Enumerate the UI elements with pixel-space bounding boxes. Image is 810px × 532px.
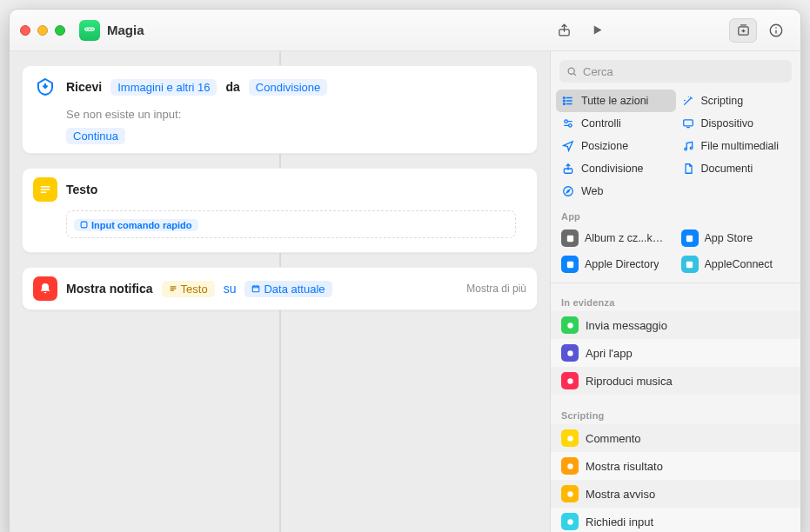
svg-point-29 <box>567 491 572 496</box>
svg-point-27 <box>567 436 572 441</box>
share-button[interactable] <box>550 18 578 43</box>
action-row-icon <box>561 372 579 389</box>
action-row-icon <box>561 513 579 530</box>
category-sliders[interactable]: Controlli <box>556 112 676 135</box>
text-icon <box>33 177 57 202</box>
app-window: Magia Ricevi Immagini e altri 16 <box>9 9 801 532</box>
svg-point-1 <box>87 28 89 30</box>
minimize-window-button[interactable] <box>37 25 48 36</box>
svg-point-16 <box>684 148 686 150</box>
receive-icon <box>33 75 57 99</box>
text-action-card[interactable]: Testo Input comando rapido <box>22 168 538 253</box>
wand-icon <box>681 94 695 108</box>
app-icon <box>79 20 100 41</box>
info-button[interactable] <box>762 18 790 43</box>
shareup-icon <box>561 162 575 176</box>
location-icon <box>561 139 575 153</box>
svg-point-11 <box>563 100 565 102</box>
svg-point-6 <box>775 27 777 29</box>
notification-text-token[interactable]: Testo <box>162 281 215 297</box>
app-item[interactable]: Album z cz...kami <box>556 225 676 251</box>
receive-input-types-token[interactable]: Immagini e altri 16 <box>110 79 217 96</box>
library-toggle-button[interactable] <box>729 18 757 43</box>
svg-point-10 <box>563 97 565 99</box>
text-action-title: Testo <box>66 183 97 196</box>
display-icon <box>681 116 695 130</box>
category-safari[interactable]: Web <box>556 180 676 203</box>
svg-point-12 <box>563 103 565 105</box>
window-controls <box>20 25 65 36</box>
doc-icon <box>681 162 695 176</box>
safari-icon <box>561 184 575 198</box>
action-row[interactable]: Richiedi input <box>551 508 800 532</box>
svg-rect-15 <box>683 120 693 126</box>
app-item[interactable]: App Store <box>676 225 796 251</box>
notification-date-token[interactable]: Data attuale <box>244 281 331 297</box>
category-music[interactable]: File multimediali <box>676 135 796 157</box>
action-row-icon <box>561 457 579 475</box>
action-row[interactable]: Commento <box>551 424 800 452</box>
editor-canvas[interactable]: Ricevi Immagini e altri 16 da Condivisio… <box>10 51 550 532</box>
notification-on-word: su <box>224 282 237 296</box>
text-input-field[interactable]: Input comando rapido <box>66 210 516 238</box>
action-row[interactable]: Riproduci musica <box>551 367 800 395</box>
svg-rect-8 <box>253 286 260 292</box>
app-item-icon <box>681 256 699 273</box>
titlebar: Magia <box>10 10 800 51</box>
run-button[interactable] <box>583 18 611 43</box>
app-item[interactable]: Apple Directory <box>556 251 676 277</box>
action-row-icon <box>561 485 579 502</box>
svg-rect-0 <box>85 28 95 30</box>
noinput-action-token[interactable]: Continua <box>66 128 125 144</box>
svg-point-17 <box>690 147 693 150</box>
svg-point-9 <box>568 68 574 74</box>
actions-scroll[interactable]: App Album z cz...kamiApp StoreApple Dire… <box>551 203 800 532</box>
svg-point-26 <box>567 378 572 383</box>
body: Ricevi Immagini e altri 16 da Condivisio… <box>10 51 800 532</box>
svg-point-14 <box>569 124 572 128</box>
category-doc[interactable]: Documenti <box>676 157 796 180</box>
category-display[interactable]: Dispositivo <box>676 112 796 135</box>
zoom-window-button[interactable] <box>55 25 65 36</box>
app-item-icon <box>561 229 579 247</box>
svg-point-30 <box>567 519 572 524</box>
noinput-label: Se non esiste un input: <box>23 108 537 128</box>
close-window-button[interactable] <box>20 25 30 36</box>
receive-from-word: da <box>225 80 239 94</box>
app-item[interactable]: AppleConnect <box>676 251 796 277</box>
category-wand[interactable]: Scripting <box>676 90 796 112</box>
category-grid: Tutte le azioniScriptingControlliDisposi… <box>551 90 800 203</box>
app-item-icon <box>561 256 579 273</box>
svg-rect-7 <box>81 222 87 228</box>
app-item-icon <box>681 229 699 247</box>
notification-icon <box>33 276 57 301</box>
action-row-icon <box>561 344 579 362</box>
text-input-variable-token[interactable]: Input comando rapido <box>74 219 198 231</box>
section-header-app: App <box>551 203 800 225</box>
category-shareup[interactable]: Condivisione <box>556 157 676 180</box>
svg-rect-21 <box>686 235 693 241</box>
show-more-button[interactable]: Mostra di più <box>466 283 526 295</box>
search-placeholder: Cerca <box>583 65 613 78</box>
svg-point-25 <box>567 350 572 356</box>
action-row-icon <box>561 429 579 447</box>
action-row[interactable]: Apri l'app <box>551 339 800 367</box>
category-location[interactable]: Posizione <box>556 135 676 157</box>
action-row[interactable]: Mostra risultato <box>551 452 800 480</box>
svg-point-19 <box>564 187 573 196</box>
receive-source-token[interactable]: Condivisione <box>249 79 327 96</box>
category-list[interactable]: Tutte le azioni <box>556 90 676 112</box>
svg-rect-20 <box>566 235 572 241</box>
svg-point-24 <box>567 323 572 328</box>
search-icon <box>566 66 578 77</box>
section-header-featured: In evidenza <box>551 289 800 311</box>
svg-point-13 <box>565 120 568 123</box>
receive-action-card[interactable]: Ricevi Immagini e altri 16 da Condivisio… <box>22 65 538 154</box>
action-row[interactable]: Mostra avviso <box>551 480 800 508</box>
svg-rect-22 <box>566 261 572 267</box>
search-field[interactable]: Cerca <box>559 60 792 83</box>
actions-sidebar: Cerca Tutte le azioniScriptingControlliD… <box>550 51 800 532</box>
action-row[interactable]: Invia messaggio <box>551 311 800 339</box>
sliders-icon <box>561 116 575 130</box>
notification-action-card[interactable]: Mostra notifica Testo su Data attuale Mo… <box>22 267 538 310</box>
